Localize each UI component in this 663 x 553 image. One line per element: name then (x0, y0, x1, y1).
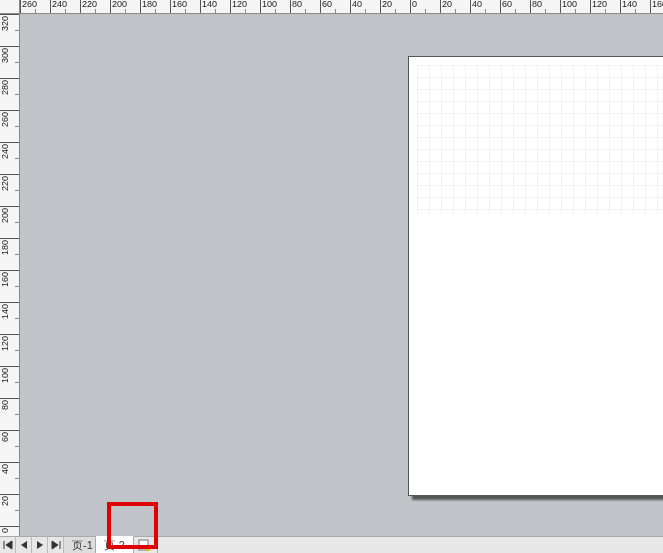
ruler-h-label: 200 (112, 0, 127, 9)
page-tab-2-label: 页-2 (104, 538, 125, 553)
ruler-h-label: 140 (202, 0, 217, 9)
page-tab-2[interactable]: 页-2 (96, 536, 134, 553)
page-tab-1[interactable]: 页-1 (64, 537, 96, 553)
ruler-h-label: 120 (232, 0, 247, 9)
ruler-h-label: 180 (142, 0, 157, 9)
ruler-h-label: 40 (472, 0, 482, 9)
ruler-h-label: 40 (352, 0, 362, 9)
document-page[interactable] (408, 56, 663, 496)
nav-next-button[interactable] (32, 537, 48, 553)
ruler-v-label: 20 (1, 496, 10, 506)
ruler-v-label: 300 (1, 48, 10, 63)
ruler-h-label: 260 (22, 0, 37, 9)
new-page-button[interactable] (134, 537, 158, 553)
nav-first-button[interactable] (0, 537, 16, 553)
ruler-h-label: 120 (592, 0, 607, 9)
new-page-icon (138, 539, 152, 551)
page-grid (417, 65, 663, 215)
ruler-v-label: 140 (1, 304, 10, 319)
vertical-ruler[interactable]: 3203002802602402202001801601401201008060… (0, 14, 20, 536)
svg-rect-0 (417, 65, 663, 215)
ruler-v-label: 40 (1, 464, 10, 474)
ruler-v-label: 100 (1, 368, 10, 383)
ruler-v-label: 80 (1, 400, 10, 410)
ruler-h-label: 220 (82, 0, 97, 9)
ruler-v-label: 0 (1, 528, 10, 533)
ruler-v-label: 320 (1, 16, 10, 31)
ruler-h-label: 100 (262, 0, 277, 9)
ruler-h-label: 20 (382, 0, 392, 9)
ruler-corner (0, 0, 20, 14)
page-tab-bar: 页-1 页-2 (0, 536, 663, 553)
ruler-h-label: 160 (652, 0, 663, 9)
ruler-h-label: 100 (562, 0, 577, 9)
ruler-v-label: 180 (1, 240, 10, 255)
ruler-v-label: 200 (1, 208, 10, 223)
nav-last-button[interactable] (48, 537, 64, 553)
ruler-h-label: 60 (502, 0, 512, 9)
ruler-h-label: 60 (322, 0, 332, 9)
ruler-h-label: 80 (532, 0, 542, 9)
ruler-h-label: 160 (172, 0, 187, 9)
ruler-v-label: 160 (1, 272, 10, 287)
ruler-v-label: 280 (1, 80, 10, 95)
ruler-h-label: 240 (52, 0, 67, 9)
ruler-h-label: 80 (292, 0, 302, 9)
ruler-v-label: 240 (1, 144, 10, 159)
ruler-h-label: 0 (412, 0, 417, 9)
ruler-h-label: 20 (442, 0, 452, 9)
ruler-h-label: 140 (622, 0, 637, 9)
ruler-v-label: 220 (1, 176, 10, 191)
nav-prev-button[interactable] (16, 537, 32, 553)
ruler-v-label: 60 (1, 432, 10, 442)
canvas-area[interactable] (20, 14, 663, 536)
page-tab-1-label: 页-1 (72, 538, 93, 553)
horizontal-ruler[interactable]: 2602402202001801601401201008060402002040… (20, 0, 663, 14)
ruler-v-label: 120 (1, 336, 10, 351)
ruler-v-label: 260 (1, 112, 10, 127)
